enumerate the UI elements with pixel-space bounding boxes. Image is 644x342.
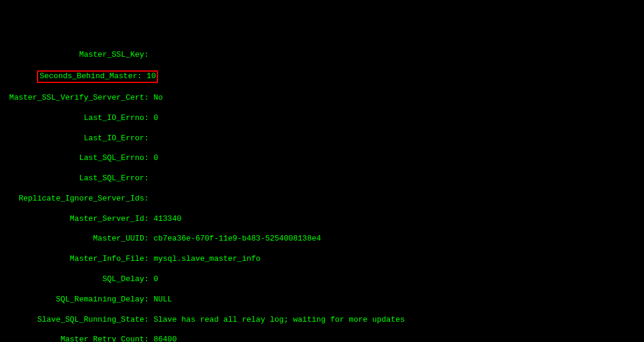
status-line: Master_Info_File: mysql.slave_master_inf… xyxy=(0,254,644,264)
terminal-output: Master_SSL_Key: Seconds_Behind_Master: 1… xyxy=(0,41,644,342)
status-line: SQL_Remaining_Delay: NULL xyxy=(0,295,644,305)
status-line: Master_UUID: cb7ea36e-670f-11e9-b483-525… xyxy=(0,234,644,244)
status-line: Last_SQL_Error: xyxy=(0,174,644,184)
status-seconds-behind: Seconds_Behind_Master: 10 xyxy=(0,70,644,83)
status-line: SQL_Delay: 0 xyxy=(0,275,644,285)
status-line: Last_SQL_Errno: 0 xyxy=(0,153,644,164)
status-line: Master_Retry_Count: 86400 xyxy=(0,335,644,342)
status-line: Last_IO_Error: xyxy=(0,134,644,144)
status-line: Replicate_Ignore_Server_Ids: xyxy=(0,194,644,204)
status-line: Master_Server_Id: 413340 xyxy=(0,214,644,224)
status-line: Master_SSL_Verify_Server_Cert: No xyxy=(0,93,644,103)
status-line: Last_IO_Errno: 0 xyxy=(0,113,644,124)
status-line: Slave_SQL_Running_State: Slave has read … xyxy=(0,315,644,325)
status-line: Master_SSL_Key: xyxy=(0,50,644,60)
highlight-seconds-behind: Seconds_Behind_Master: 10 xyxy=(37,70,158,83)
